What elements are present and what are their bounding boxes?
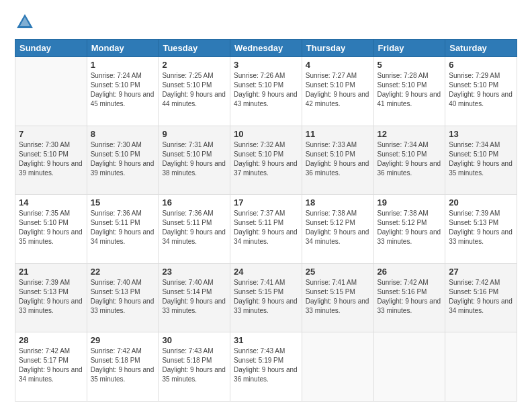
day-number: 20 xyxy=(449,197,513,208)
day-number: 13 xyxy=(449,129,513,139)
calendar-cell xyxy=(373,332,445,402)
calendar-cell: 11Sunrise: 7:33 AMSunset: 5:10 PMDayligh… xyxy=(302,126,373,195)
calendar-page: SundayMondayTuesdayWednesdayThursdayFrid… xyxy=(0,0,532,411)
day-info: Sunrise: 7:42 AMSunset: 5:18 PMDaylight:… xyxy=(91,347,155,384)
calendar-cell: 15Sunrise: 7:36 AMSunset: 5:11 PMDayligh… xyxy=(87,195,159,264)
day-number: 25 xyxy=(306,267,370,277)
calendar-table: SundayMondayTuesdayWednesdayThursdayFrid… xyxy=(15,39,517,402)
day-info: Sunrise: 7:25 AMSunset: 5:10 PMDaylight:… xyxy=(162,71,226,109)
weekday-header-monday: Monday xyxy=(87,40,159,57)
day-info: Sunrise: 7:28 AMSunset: 5:10 PMDaylight:… xyxy=(378,71,442,109)
day-number: 8 xyxy=(91,129,155,139)
day-number: 3 xyxy=(234,60,298,70)
day-info: Sunrise: 7:32 AMSunset: 5:10 PMDaylight:… xyxy=(234,140,298,178)
calendar-cell xyxy=(15,57,87,126)
day-info: Sunrise: 7:42 AMSunset: 5:16 PMDaylight:… xyxy=(378,278,442,316)
weekday-header-row: SundayMondayTuesdayWednesdayThursdayFrid… xyxy=(15,40,517,57)
week-row-3: 14Sunrise: 7:35 AMSunset: 5:10 PMDayligh… xyxy=(15,195,517,264)
day-info: Sunrise: 7:36 AMSunset: 5:11 PMDaylight:… xyxy=(91,209,155,246)
day-info: Sunrise: 7:36 AMSunset: 5:11 PMDaylight:… xyxy=(162,209,226,246)
day-number: 18 xyxy=(306,197,370,208)
day-number: 14 xyxy=(19,197,83,208)
day-info: Sunrise: 7:43 AMSunset: 5:19 PMDaylight:… xyxy=(234,347,298,384)
day-number: 22 xyxy=(91,267,155,277)
calendar-cell: 23Sunrise: 7:40 AMSunset: 5:14 PMDayligh… xyxy=(159,263,230,332)
day-info: Sunrise: 7:43 AMSunset: 5:18 PMDaylight:… xyxy=(162,347,226,384)
weekday-header-tuesday: Tuesday xyxy=(159,40,230,57)
day-number: 10 xyxy=(234,129,298,139)
day-info: Sunrise: 7:38 AMSunset: 5:12 PMDaylight:… xyxy=(378,209,442,246)
day-number: 24 xyxy=(234,267,298,277)
weekday-header-wednesday: Wednesday xyxy=(230,40,302,57)
calendar-cell: 21Sunrise: 7:39 AMSunset: 5:13 PMDayligh… xyxy=(15,263,87,332)
calendar-cell: 27Sunrise: 7:42 AMSunset: 5:16 PMDayligh… xyxy=(445,263,517,332)
calendar-cell: 25Sunrise: 7:41 AMSunset: 5:15 PMDayligh… xyxy=(302,263,373,332)
day-number: 4 xyxy=(306,60,370,70)
day-info: Sunrise: 7:42 AMSunset: 5:17 PMDaylight:… xyxy=(19,347,83,384)
day-number: 1 xyxy=(91,60,155,70)
calendar-cell: 2Sunrise: 7:25 AMSunset: 5:10 PMDaylight… xyxy=(159,57,230,126)
day-number: 5 xyxy=(378,60,442,70)
calendar-cell xyxy=(302,332,373,402)
weekday-header-friday: Friday xyxy=(373,40,445,57)
calendar-cell: 5Sunrise: 7:28 AMSunset: 5:10 PMDaylight… xyxy=(373,57,445,126)
day-info: Sunrise: 7:40 AMSunset: 5:14 PMDaylight:… xyxy=(162,278,226,316)
day-number: 21 xyxy=(19,267,83,277)
day-info: Sunrise: 7:39 AMSunset: 5:13 PMDaylight:… xyxy=(449,209,513,246)
day-number: 6 xyxy=(449,60,513,70)
calendar-cell: 13Sunrise: 7:34 AMSunset: 5:10 PMDayligh… xyxy=(445,126,517,195)
calendar-cell: 8Sunrise: 7:30 AMSunset: 5:10 PMDaylight… xyxy=(87,126,159,195)
day-info: Sunrise: 7:30 AMSunset: 5:10 PMDaylight:… xyxy=(19,140,83,178)
calendar-cell: 7Sunrise: 7:30 AMSunset: 5:10 PMDaylight… xyxy=(15,126,87,195)
calendar-cell: 22Sunrise: 7:40 AMSunset: 5:13 PMDayligh… xyxy=(87,263,159,332)
calendar-cell: 28Sunrise: 7:42 AMSunset: 5:17 PMDayligh… xyxy=(15,332,87,402)
logo-icon xyxy=(15,12,35,32)
day-info: Sunrise: 7:26 AMSunset: 5:10 PMDaylight:… xyxy=(234,71,298,109)
day-number: 23 xyxy=(162,267,226,277)
day-number: 31 xyxy=(234,335,298,345)
calendar-cell: 31Sunrise: 7:43 AMSunset: 5:19 PMDayligh… xyxy=(230,332,302,402)
day-number: 17 xyxy=(234,197,298,208)
day-info: Sunrise: 7:33 AMSunset: 5:10 PMDaylight:… xyxy=(306,140,370,178)
day-info: Sunrise: 7:29 AMSunset: 5:10 PMDaylight:… xyxy=(449,71,513,109)
calendar-cell: 16Sunrise: 7:36 AMSunset: 5:11 PMDayligh… xyxy=(159,195,230,264)
day-info: Sunrise: 7:40 AMSunset: 5:13 PMDaylight:… xyxy=(91,278,155,316)
day-number: 7 xyxy=(19,129,83,139)
calendar-cell: 30Sunrise: 7:43 AMSunset: 5:18 PMDayligh… xyxy=(159,332,230,402)
day-number: 2 xyxy=(162,60,226,70)
day-info: Sunrise: 7:37 AMSunset: 5:11 PMDaylight:… xyxy=(234,209,298,246)
calendar-cell: 24Sunrise: 7:41 AMSunset: 5:15 PMDayligh… xyxy=(230,263,302,332)
day-info: Sunrise: 7:35 AMSunset: 5:10 PMDaylight:… xyxy=(19,209,83,246)
calendar-cell: 20Sunrise: 7:39 AMSunset: 5:13 PMDayligh… xyxy=(445,195,517,264)
day-number: 27 xyxy=(449,267,513,277)
calendar-cell: 9Sunrise: 7:31 AMSunset: 5:10 PMDaylight… xyxy=(159,126,230,195)
day-info: Sunrise: 7:24 AMSunset: 5:10 PMDaylight:… xyxy=(91,71,155,109)
calendar-cell: 10Sunrise: 7:32 AMSunset: 5:10 PMDayligh… xyxy=(230,126,302,195)
weekday-header-thursday: Thursday xyxy=(302,40,373,57)
calendar-cell: 3Sunrise: 7:26 AMSunset: 5:10 PMDaylight… xyxy=(230,57,302,126)
calendar-cell: 29Sunrise: 7:42 AMSunset: 5:18 PMDayligh… xyxy=(87,332,159,402)
logo xyxy=(15,12,38,32)
calendar-cell: 4Sunrise: 7:27 AMSunset: 5:10 PMDaylight… xyxy=(302,57,373,126)
day-info: Sunrise: 7:30 AMSunset: 5:10 PMDaylight:… xyxy=(91,140,155,178)
header xyxy=(15,12,517,32)
day-number: 16 xyxy=(162,197,226,208)
day-info: Sunrise: 7:42 AMSunset: 5:16 PMDaylight:… xyxy=(449,278,513,316)
calendar-cell: 6Sunrise: 7:29 AMSunset: 5:10 PMDaylight… xyxy=(445,57,517,126)
week-row-4: 21Sunrise: 7:39 AMSunset: 5:13 PMDayligh… xyxy=(15,263,517,332)
day-info: Sunrise: 7:39 AMSunset: 5:13 PMDaylight:… xyxy=(19,278,83,316)
calendar-cell: 1Sunrise: 7:24 AMSunset: 5:10 PMDaylight… xyxy=(87,57,159,126)
day-info: Sunrise: 7:41 AMSunset: 5:15 PMDaylight:… xyxy=(306,278,370,316)
day-number: 29 xyxy=(91,335,155,345)
day-info: Sunrise: 7:27 AMSunset: 5:10 PMDaylight:… xyxy=(306,71,370,109)
day-info: Sunrise: 7:34 AMSunset: 5:10 PMDaylight:… xyxy=(449,140,513,178)
day-number: 26 xyxy=(378,267,442,277)
day-number: 28 xyxy=(19,335,83,345)
day-number: 9 xyxy=(162,129,226,139)
day-info: Sunrise: 7:31 AMSunset: 5:10 PMDaylight:… xyxy=(162,140,226,178)
calendar-cell: 18Sunrise: 7:38 AMSunset: 5:12 PMDayligh… xyxy=(302,195,373,264)
day-number: 19 xyxy=(378,197,442,208)
day-number: 11 xyxy=(306,129,370,139)
week-row-1: 1Sunrise: 7:24 AMSunset: 5:10 PMDaylight… xyxy=(15,57,517,126)
day-number: 15 xyxy=(91,197,155,208)
